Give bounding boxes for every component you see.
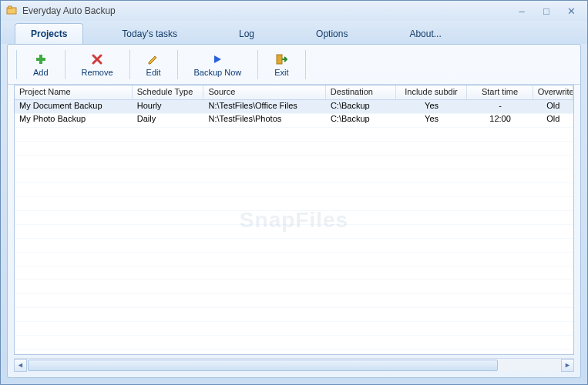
table-cell: Yes (396, 100, 468, 113)
table-cell: 12:00 (467, 113, 533, 126)
svg-rect-3 (36, 58, 45, 61)
app-icon (5, 5, 18, 17)
toolbar-separator (129, 50, 130, 79)
table-cell: Yes (396, 113, 468, 126)
app-window: Everyday Auto Backup – □ ✕ Projects Toda… (0, 0, 588, 385)
table-body: My Document BackupHourlyN:\TestFiles\Off… (15, 100, 573, 354)
close-button[interactable]: ✕ (564, 5, 578, 16)
table-cell: C:\Backup (326, 100, 396, 113)
table-cell: - (467, 100, 533, 113)
table-cell: My Photo Backup (15, 113, 133, 126)
scroll-left-button[interactable]: ◄ (14, 359, 27, 372)
backup-now-button[interactable]: Backup Now (180, 51, 256, 79)
toolbar-separator (257, 50, 258, 79)
play-icon (210, 52, 224, 66)
scroll-track[interactable] (27, 359, 561, 372)
table-cell: Hourly (133, 100, 204, 113)
backup-now-label: Backup Now (194, 68, 242, 77)
toolbar-separator (305, 50, 306, 79)
add-label: Add (33, 68, 49, 77)
scroll-right-button[interactable]: ► (561, 359, 574, 372)
tab-about[interactable]: About... (394, 24, 456, 44)
table-cell: C:\Backup (326, 113, 396, 126)
remove-label: Remove (82, 68, 113, 77)
column-schedule-type[interactable]: Schedule Type (133, 85, 204, 99)
edit-label: Edit (146, 68, 161, 77)
scroll-thumb[interactable] (28, 360, 498, 371)
add-button[interactable]: Add (19, 51, 62, 79)
exit-button[interactable]: Exit (260, 51, 302, 79)
add-icon (34, 52, 48, 66)
toolbar-separator (16, 50, 17, 79)
column-project-name[interactable]: Project Name (15, 85, 133, 99)
svg-rect-4 (277, 55, 282, 64)
remove-button[interactable]: Remove (68, 51, 127, 79)
projects-table: SnapFiles Project Name Schedule Type Sou… (14, 85, 574, 355)
titlebar: Everyday Auto Backup – □ ✕ (1, 1, 587, 21)
content-panel: Add Remove Edit Backup Now (7, 44, 581, 378)
edit-button[interactable]: Edit (133, 51, 175, 79)
table-header: Project Name Schedule Type Source Destin… (15, 85, 573, 100)
table-cell: Old (533, 113, 573, 126)
minimize-button[interactable]: – (515, 5, 529, 16)
tab-projects[interactable]: Projects (15, 23, 83, 44)
tab-log[interactable]: Log (223, 24, 270, 44)
svg-rect-1 (8, 6, 12, 8)
horizontal-scrollbar[interactable]: ◄ ► (14, 358, 574, 371)
tabstrip: Projects Today's tasks Log Options About… (1, 21, 587, 44)
column-overwrite[interactable]: Overwrite (533, 85, 573, 99)
table-row[interactable]: My Photo BackupDailyN:\TestFiles\PhotosC… (15, 113, 573, 126)
window-controls: – □ ✕ (515, 5, 583, 16)
table-cell: N:\TestFiles\Office Files (204, 100, 326, 113)
maximize-button[interactable]: □ (539, 5, 553, 16)
table-cell: My Document Backup (15, 100, 133, 113)
table-cell: Old (533, 100, 573, 113)
toolbar-separator (65, 50, 66, 79)
remove-icon (90, 52, 104, 66)
exit-label: Exit (274, 68, 288, 77)
column-start-time[interactable]: Start time (467, 85, 533, 99)
table-row[interactable]: My Document BackupHourlyN:\TestFiles\Off… (15, 100, 573, 113)
edit-icon (146, 52, 160, 66)
column-destination[interactable]: Destination (326, 85, 396, 99)
tab-options[interactable]: Options (301, 24, 363, 44)
tab-todays-tasks[interactable]: Today's tasks (106, 24, 193, 44)
table-cell: N:\TestFiles\Photos (204, 113, 326, 126)
window-title: Everyday Auto Backup (22, 5, 515, 16)
toolbar: Add Remove Edit Backup Now (8, 45, 580, 85)
toolbar-separator (177, 50, 178, 79)
column-source[interactable]: Source (203, 85, 325, 99)
exit-icon (274, 52, 288, 66)
column-include-subdir[interactable]: Include subdir (396, 85, 468, 99)
table-cell: Daily (133, 113, 204, 126)
